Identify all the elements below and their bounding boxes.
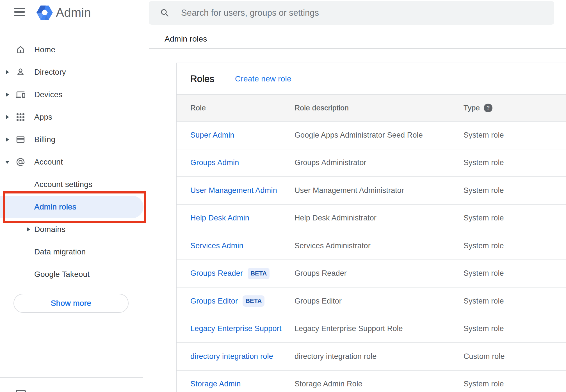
role-type: System role	[464, 232, 504, 259]
menu-icon[interactable]	[14, 8, 25, 16]
annotation-highlight-box	[3, 191, 146, 223]
show-more-button[interactable]: Show more	[13, 294, 129, 313]
devices-icon	[16, 90, 25, 99]
expand-right-icon[interactable]	[6, 70, 9, 74]
sidebar-item-label: Google Takeout	[34, 263, 90, 286]
table-header-row: Role Role description Type ?	[177, 94, 566, 122]
roles-panel: Roles Create new role Role Role descript…	[176, 63, 566, 392]
credit-card-icon	[16, 135, 25, 144]
expand-down-icon[interactable]	[5, 161, 9, 164]
role-link[interactable]: Groups Admin	[190, 158, 239, 167]
at-icon	[16, 157, 25, 167]
panel-title: Roles	[190, 74, 214, 84]
sidebar-item-label: Devices	[34, 83, 62, 106]
role-description: Groups Editor	[295, 288, 342, 315]
role-description: Help Desk Administrator	[295, 205, 376, 232]
role-link[interactable]: directory integration role	[190, 352, 273, 361]
clipped-bottom-icon	[16, 390, 26, 392]
create-new-role-link[interactable]: Create new role	[235, 74, 291, 83]
role-description: Services Administrator	[295, 232, 371, 259]
sidebar-item-google-takeout[interactable]: Google Takeout	[0, 263, 149, 286]
role-type: System role	[464, 288, 504, 315]
expand-right-icon[interactable]	[6, 115, 9, 119]
panel-header: Roles Create new role	[177, 63, 566, 94]
sidebar-item-data-migration[interactable]: Data migration	[0, 241, 149, 263]
table-row: Help Desk Admin Help Desk Administrator …	[177, 205, 566, 233]
table-row: Super Admin Google Apps Administrator Se…	[177, 122, 566, 149]
column-header-role: Role	[190, 95, 206, 121]
expand-right-icon[interactable]	[6, 93, 9, 97]
role-description: User Management Administrator	[295, 177, 404, 204]
home-icon	[16, 45, 25, 54]
role-type: System role	[464, 260, 504, 287]
role-type: Custom role	[464, 343, 505, 370]
sidebar-divider	[0, 377, 143, 378]
role-type: System role	[464, 205, 504, 232]
role-type: System role	[464, 122, 504, 149]
google-admin-logo-icon	[36, 4, 53, 21]
role-description: Groups Reader	[295, 260, 347, 287]
column-header-description: Role description	[295, 95, 349, 121]
table-row: Legacy Enterprise Support Legacy Enterpr…	[177, 315, 566, 343]
role-type: System role	[464, 371, 504, 392]
brand-name: Admin	[56, 4, 91, 21]
role-description: Storage Admin Role	[295, 371, 362, 392]
role-type: System role	[464, 177, 504, 204]
role-description: directory integration role	[295, 343, 376, 370]
person-icon	[16, 67, 25, 77]
table-row: Storage Admin Storage Admin Role System …	[177, 371, 566, 392]
role-type: System role	[464, 315, 504, 343]
beta-badge: BETA	[248, 268, 270, 279]
role-link[interactable]: Storage Admin	[190, 380, 241, 388]
sidebar-item-label: Data migration	[34, 241, 86, 263]
sidebar-item-billing[interactable]: Billing	[0, 128, 149, 151]
table-row: Groups Reader BETA Groups Reader System …	[177, 260, 566, 288]
role-link[interactable]: Services Admin	[190, 241, 243, 250]
role-description: Google Apps Administrator Seed Role	[295, 122, 423, 149]
role-link[interactable]: Help Desk Admin	[190, 214, 249, 222]
sidebar-item-label: Directory	[34, 61, 66, 83]
search-bar[interactable]	[149, 1, 554, 25]
table-row: Groups Editor BETA Groups Editor System …	[177, 288, 566, 315]
table-row: Groups Admin Groups Administrator System…	[177, 149, 566, 177]
sidebar-item-apps[interactable]: Apps	[0, 106, 149, 128]
role-description: Legacy Enterprise Support Role	[295, 315, 403, 343]
search-icon	[160, 8, 170, 18]
column-header-type: Type ?	[464, 95, 492, 121]
sidebar-item-label: Home	[34, 38, 55, 61]
role-link[interactable]: Legacy Enterprise Support	[190, 324, 282, 333]
role-link[interactable]: Groups Editor	[190, 297, 238, 306]
table-row: directory integration role directory int…	[177, 343, 566, 371]
role-link[interactable]: Super Admin	[190, 131, 234, 140]
role-type: System role	[464, 149, 504, 177]
sidebar-item-directory[interactable]: Directory	[0, 61, 149, 83]
beta-badge: BETA	[243, 295, 264, 307]
roles-table-body: Super Admin Google Apps Administrator Se…	[177, 122, 566, 392]
help-icon[interactable]: ?	[484, 104, 492, 112]
expand-right-icon[interactable]	[27, 227, 30, 231]
role-link[interactable]: User Management Admin	[190, 186, 277, 195]
breadcrumb: Admin roles	[165, 31, 207, 46]
sidebar-item-home[interactable]: Home	[0, 38, 149, 61]
sidebar-item-label: Account	[34, 151, 63, 173]
apps-icon	[16, 112, 25, 122]
page-divider	[149, 48, 566, 49]
table-row: Services Admin Services Administrator Sy…	[177, 232, 566, 260]
sidebar-item-account[interactable]: Account	[0, 151, 149, 173]
sidebar-item-label: Billing	[34, 128, 55, 151]
search-input[interactable]	[181, 8, 518, 18]
table-row: User Management Admin User Management Ad…	[177, 177, 566, 205]
role-description: Groups Administrator	[295, 149, 366, 177]
sidebar-item-devices[interactable]: Devices	[0, 83, 149, 106]
sidebar-item-label: Apps	[34, 106, 52, 128]
role-link[interactable]: Groups Reader	[190, 269, 243, 278]
expand-right-icon[interactable]	[6, 138, 9, 142]
